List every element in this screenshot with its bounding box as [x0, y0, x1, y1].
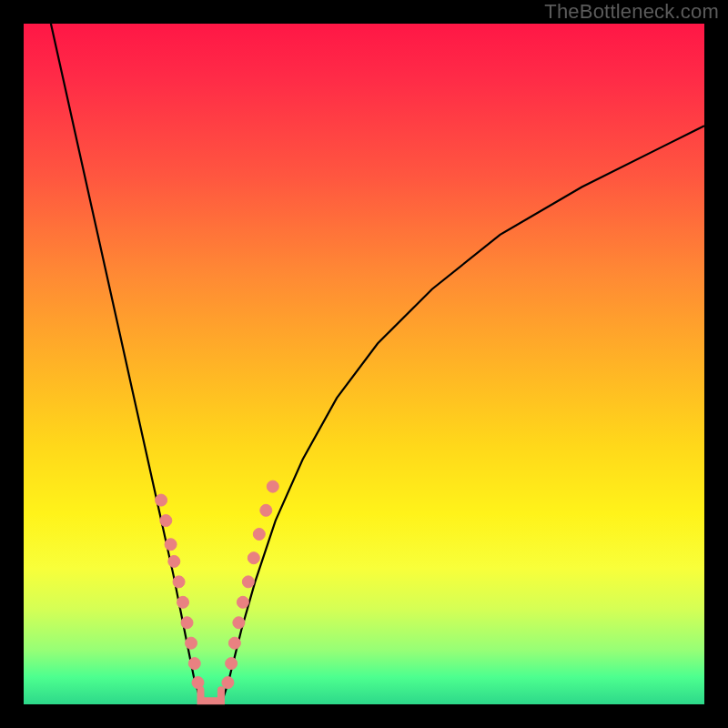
data-dot — [188, 658, 200, 670]
data-dot — [160, 515, 172, 527]
bottom-bracket — [200, 690, 220, 701]
data-dot — [186, 637, 197, 649]
curve-right — [221, 126, 704, 704]
data-dot — [168, 555, 180, 567]
data-dot — [242, 576, 254, 588]
data-dot — [156, 494, 167, 506]
chart-area — [24, 24, 704, 704]
dots-right — [222, 480, 278, 688]
data-dot — [237, 596, 248, 608]
watermark-text: TheBottleneck.com — [544, 0, 719, 24]
data-dot — [228, 637, 240, 649]
data-dot — [248, 552, 259, 564]
data-dot — [226, 658, 238, 670]
data-dot — [267, 480, 278, 492]
dots-left — [156, 494, 204, 688]
data-dot — [233, 617, 245, 629]
data-dot — [173, 576, 185, 588]
data-dot — [181, 617, 193, 629]
data-dot — [177, 596, 189, 608]
chart-svg — [24, 24, 704, 704]
data-dot — [165, 539, 177, 551]
data-dot — [260, 504, 272, 516]
data-dot — [253, 529, 265, 541]
data-dot — [222, 677, 234, 689]
